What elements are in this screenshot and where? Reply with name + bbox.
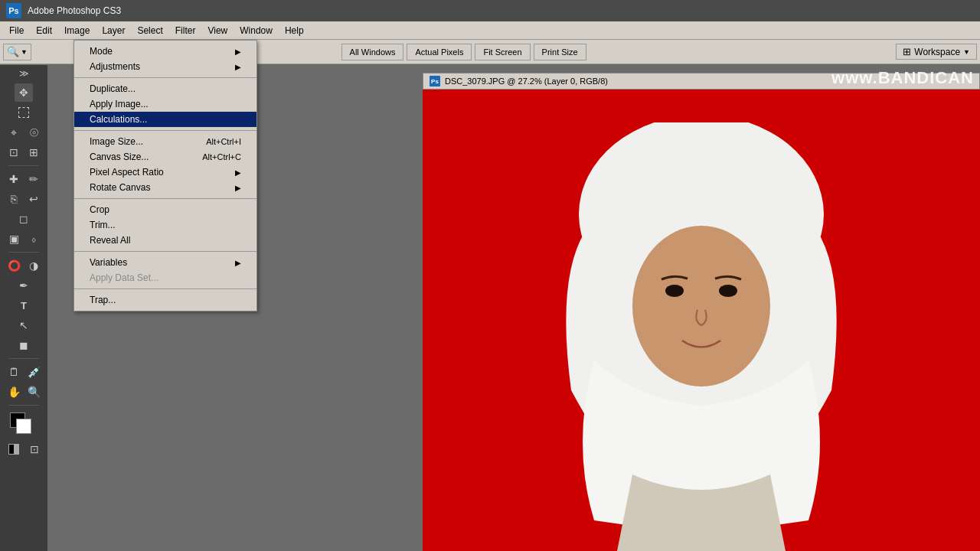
lasso-icon: ⌖ (11, 126, 17, 139)
title-bar: Ps Adobe Photoshop CS3 (0, 0, 980, 21)
menu-window[interactable]: Window (234, 24, 279, 37)
menu-apply-image-label: Apply Image... (90, 99, 149, 109)
fit-screen-button[interactable]: Fit Screen (475, 44, 530, 60)
menu-filter[interactable]: Filter (169, 24, 202, 37)
svg-point-2 (632, 226, 770, 386)
menu-mode[interactable]: Mode ▶ (74, 44, 256, 59)
watermark: www.BANDICAN (825, 65, 980, 91)
hand-tool[interactable]: ✋ (5, 383, 23, 401)
workspace-icon: ⊞ (903, 46, 911, 57)
move-tool[interactable]: ✥ (15, 83, 33, 102)
menu-image-size[interactable]: Image Size... Alt+Ctrl+I (74, 134, 256, 149)
color-boxes (10, 412, 38, 435)
move-icon: ✥ (19, 86, 28, 99)
notes-tool[interactable]: 🗒 (5, 363, 23, 381)
doc-icon: Ps (430, 76, 440, 86)
brush-icon: ✏ (29, 173, 38, 185)
crop-icon: ⊡ (9, 146, 18, 158)
app-title: Adobe Photoshop CS3 (28, 5, 121, 16)
path-select-tool[interactable]: ↖ (15, 316, 33, 334)
marquee-tool[interactable] (15, 103, 33, 122)
menu-mode-label: Mode (90, 46, 113, 57)
eyedropper-icon: 💉 (28, 366, 41, 378)
menu-select[interactable]: Select (131, 24, 168, 37)
pen-icon: ✒ (19, 279, 28, 292)
gradient-icon: ▣ (9, 233, 19, 245)
history-tool[interactable]: ↩ (24, 190, 43, 208)
menu-help[interactable]: Help (279, 24, 310, 37)
all-windows-button[interactable]: All Windows (341, 44, 404, 60)
menu-canvas-size-label: Canvas Size... (90, 152, 149, 162)
menu-variables[interactable]: Variables ▶ (74, 255, 256, 270)
left-toolbar: ≫ ✥ ⌖ ⦾ ⊡ ⊞ ✚ ✏ (0, 65, 47, 551)
tool-divider-2 (8, 252, 39, 253)
crop-tool[interactable]: ⊡ (5, 143, 23, 161)
mode-buttons: ⊡ (5, 440, 44, 458)
separator-5 (74, 289, 256, 289)
separator-4 (74, 251, 256, 252)
menu-rotate-canvas[interactable]: Rotate Canvas ▶ (74, 180, 256, 195)
menu-duplicate-label: Duplicate... (90, 83, 136, 94)
brush-tool[interactable]: ✏ (24, 170, 43, 188)
type-tool[interactable]: T (15, 296, 33, 315)
workspace-button[interactable]: ⊞ Workspace ▼ (896, 44, 977, 60)
print-size-button[interactable]: Print Size (534, 44, 586, 60)
actual-pixels-button[interactable]: Actual Pixels (407, 44, 472, 60)
menu-canvas-size-shortcut: Alt+Ctrl+C (202, 152, 241, 161)
quick-mask-button[interactable] (5, 440, 23, 458)
menu-edit[interactable]: Edit (30, 24, 58, 37)
menu-mode-arrow: ▶ (235, 47, 241, 56)
menu-duplicate[interactable]: Duplicate... (74, 81, 256, 96)
ps-logo: Ps (6, 3, 21, 18)
document-window: Ps DSC_3079.JPG @ 27.2% (Layer 0, RGB/8) (423, 73, 980, 551)
menu-calculations[interactable]: Calculations... (74, 112, 256, 127)
menu-reveal-all-label: Reveal All (90, 235, 130, 246)
menu-file[interactable]: File (3, 24, 30, 37)
type-icon: T (21, 300, 27, 311)
clone-tool[interactable]: ⎘ (5, 190, 23, 208)
dodge-tool[interactable]: ⭕ (5, 256, 23, 275)
menu-apply-image[interactable]: Apply Image... (74, 96, 256, 112)
menu-image[interactable]: Image (58, 24, 96, 37)
screen-mode-icon: ⊡ (30, 443, 39, 455)
menu-reveal-all[interactable]: Reveal All (74, 233, 256, 248)
zoom-tool-left[interactable]: 🔍 (24, 383, 43, 401)
menu-canvas-size[interactable]: Canvas Size... Alt+Ctrl+C (74, 149, 256, 165)
gradient-tool[interactable]: ▣ (5, 230, 23, 248)
svg-point-4 (719, 285, 737, 297)
menu-crop[interactable]: Crop (74, 202, 256, 217)
expand-panels-button[interactable]: ≫ (5, 68, 43, 79)
shape-tool[interactable]: ◼ (15, 336, 33, 354)
menu-pixel-aspect-ratio[interactable]: Pixel Aspect Ratio ▶ (74, 165, 256, 180)
zoom-icon-left: 🔍 (28, 386, 41, 398)
eraser-icon: ◻ (19, 213, 28, 225)
quick-select-tool[interactable]: ⦾ (24, 123, 43, 142)
healing-tool[interactable]: ✚ (5, 170, 23, 188)
menu-view[interactable]: View (201, 24, 234, 37)
healing-icon: ✚ (9, 173, 18, 185)
menu-adjustments[interactable]: Adjustments ▶ (74, 59, 256, 74)
paint-bucket-tool[interactable]: ⬨ (24, 230, 43, 248)
marquee-icon (18, 107, 29, 118)
menu-rotate-canvas-label: Rotate Canvas (90, 182, 150, 193)
menu-pixel-aspect-ratio-arrow: ▶ (235, 168, 241, 177)
notes-icon: 🗒 (8, 366, 19, 378)
eyedropper-tool[interactable]: 💉 (24, 363, 43, 381)
document-canvas (423, 90, 980, 551)
screen-mode-button[interactable]: ⊡ (25, 440, 44, 458)
eraser-tool[interactable]: ◻ (15, 210, 33, 228)
path-select-icon: ↖ (19, 319, 28, 331)
dodge-icon: ⭕ (8, 259, 21, 272)
pen-tool[interactable]: ✒ (15, 276, 33, 295)
menu-trim[interactable]: Trim... (74, 217, 256, 233)
menu-layer[interactable]: Layer (96, 24, 131, 37)
zoom-tool[interactable]: 🔍 ▼ (3, 44, 31, 60)
shape-icon: ◼ (19, 339, 28, 351)
menu-trap[interactable]: Trap... (74, 292, 256, 308)
slice-tool[interactable]: ⊞ (24, 143, 43, 161)
burn-tool[interactable]: ◑ (24, 256, 43, 275)
tool-divider-1 (8, 165, 39, 166)
menu-variables-arrow: ▶ (235, 259, 241, 267)
background-color[interactable] (16, 419, 31, 434)
lasso-tool[interactable]: ⌖ (5, 123, 23, 142)
